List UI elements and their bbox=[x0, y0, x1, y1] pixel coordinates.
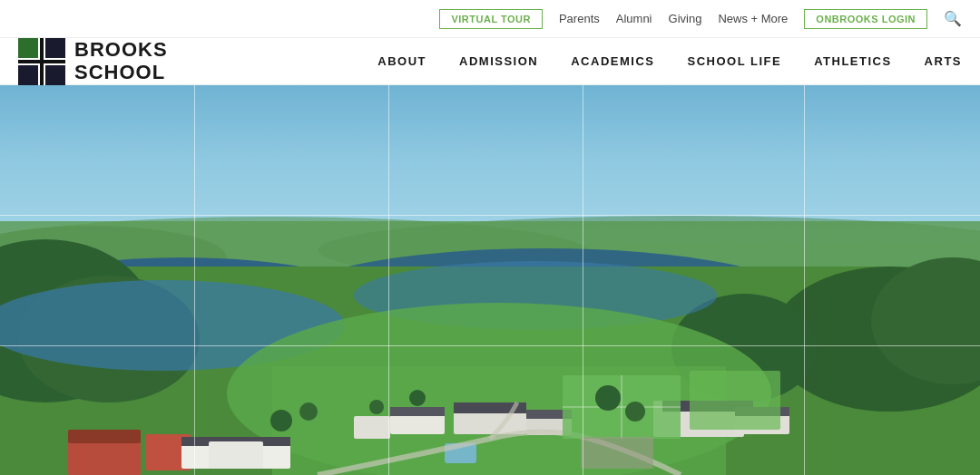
svg-rect-42 bbox=[690, 371, 780, 430]
svg-rect-45 bbox=[581, 437, 653, 469]
nav-athletics[interactable]: ATHLETICS bbox=[814, 54, 891, 68]
header-top-bar: VIRTUAL TOUR Parents Alumni Giving News … bbox=[0, 0, 980, 38]
search-icon[interactable]: 🔍 bbox=[944, 10, 962, 27]
nav-about[interactable]: ABOUT bbox=[377, 54, 426, 68]
hero-aerial-image bbox=[0, 85, 980, 475]
news-more-link[interactable]: News + More bbox=[718, 12, 788, 25]
logo-area[interactable]: BROOKS SCHOOL bbox=[18, 38, 254, 85]
svg-point-48 bbox=[595, 385, 621, 411]
nav-school-life[interactable]: SCHOOL LIFE bbox=[687, 54, 781, 68]
svg-point-50 bbox=[409, 390, 426, 406]
school-logo-icon bbox=[18, 38, 65, 85]
school-name-line2: SCHOOL bbox=[74, 62, 168, 83]
svg-point-46 bbox=[270, 410, 292, 431]
virtual-tour-button[interactable]: VIRTUAL TOUR bbox=[439, 9, 543, 29]
svg-point-49 bbox=[625, 402, 645, 422]
parents-link[interactable]: Parents bbox=[559, 12, 600, 25]
hero-image-area bbox=[0, 85, 980, 475]
svg-point-47 bbox=[299, 402, 318, 421]
svg-rect-25 bbox=[354, 416, 390, 439]
svg-point-51 bbox=[369, 400, 384, 414]
main-navigation: ABOUT ADMISSION ACADEMICS SCHOOL LIFE AT… bbox=[377, 54, 962, 68]
school-name-line1: BROOKS bbox=[74, 39, 168, 61]
svg-rect-39 bbox=[209, 441, 263, 469]
nav-arts[interactable]: ARTS bbox=[925, 54, 962, 68]
nav-academics[interactable]: ACADEMICS bbox=[571, 54, 654, 68]
svg-rect-35 bbox=[68, 430, 141, 443]
school-name: BROOKS SCHOOL bbox=[74, 39, 168, 82]
svg-rect-27 bbox=[390, 407, 445, 416]
svg-rect-5 bbox=[40, 38, 44, 85]
nav-admission[interactable]: ADMISSION bbox=[459, 54, 538, 68]
alumni-link[interactable]: Alumni bbox=[616, 12, 652, 25]
onbrooks-login-button[interactable]: ONBROOKS LOGIN bbox=[804, 9, 927, 29]
header-main-bar: BROOKS SCHOOL ABOUT ADMISSION ACADEMICS … bbox=[0, 38, 980, 85]
top-links: VIRTUAL TOUR Parents Alumni Giving News … bbox=[439, 9, 962, 29]
giving-link[interactable]: Giving bbox=[669, 12, 702, 25]
